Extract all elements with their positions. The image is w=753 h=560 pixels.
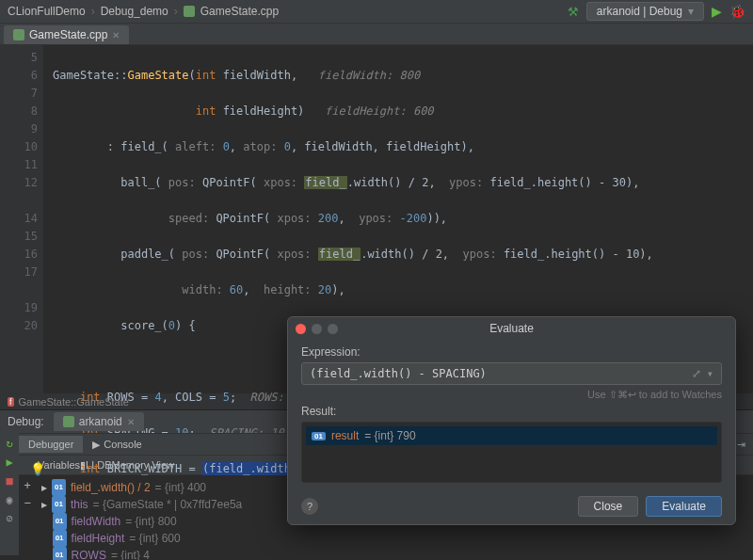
dialog-title: Evaluate xyxy=(288,322,735,335)
debug-toolbar: ↻ ▶ ■ ◉ ⊘ xyxy=(0,433,19,555)
console-icon: ▶ xyxy=(92,439,100,451)
expand-icon[interactable]: ▸ xyxy=(41,496,47,513)
gutter[interactable]: 5 6 7 8 9 10 11 12 14 15 16 17 19 20 xyxy=(0,45,43,393)
close-icon[interactable]: ✕ xyxy=(112,30,120,40)
variable-row[interactable]: ▸01this= {GameState * | 0x7ffd7ee5a xyxy=(41,496,242,513)
tab-label: GameState.cpp xyxy=(29,28,107,41)
resume-icon[interactable]: ▶ xyxy=(6,456,12,469)
debugger-tab[interactable]: Debugger xyxy=(19,436,83,453)
debug-title: Debug: xyxy=(8,415,44,428)
run-config-label: arkanoid | Debug xyxy=(597,5,682,18)
editor-tabs: GameState.cpp ✕ xyxy=(0,24,753,45)
view-breakpoints-icon[interactable]: ◉ xyxy=(6,493,12,506)
close-icon[interactable]: ✕ xyxy=(127,417,135,427)
navigation-bar: CLionFullDemo › Debug_demo › GameState.c… xyxy=(0,0,753,24)
code-line[interactable]: GameState::GameState(int fieldWidth, fie… xyxy=(53,67,753,85)
chevron-down-icon: ▾ xyxy=(688,5,694,18)
add-watch-icon[interactable]: + xyxy=(24,479,30,492)
code-line[interactable]: width: 60, height: 20), xyxy=(53,281,753,299)
help-icon[interactable]: ? xyxy=(301,498,318,515)
code-line[interactable]: : field_( aleft: 0, atop: 0, fieldWidth,… xyxy=(53,138,753,156)
remove-watch-icon[interactable]: − xyxy=(24,496,30,509)
debug-session-tab[interactable]: arkanoid ✕ xyxy=(54,412,144,431)
code-line[interactable]: speed: QPointF( xpos: 200, ypos: -200)), xyxy=(53,210,753,228)
object-icon: 01 xyxy=(52,479,66,496)
variable-row[interactable]: 01fieldWidth= {int} 800 xyxy=(41,513,242,530)
watches-hint: Use ⇧⌘↩ to add to Watches xyxy=(301,389,722,401)
expand-editor-icon[interactable]: ⤢ xyxy=(692,367,701,380)
history-dropdown-icon[interactable]: ▾ xyxy=(707,367,713,380)
run-to-cursor-icon[interactable]: ⇥ xyxy=(737,439,745,451)
app-icon xyxy=(63,416,74,427)
object-icon: 01 xyxy=(53,513,67,530)
variables-tree[interactable]: ▸01field_.width() / 2= {int} 400 ▸01this… xyxy=(36,475,242,560)
close-button[interactable]: Close xyxy=(578,496,639,517)
dialog-titlebar[interactable]: Evaluate xyxy=(288,317,735,340)
code-line[interactable]: paddle_( pos: QPointF( xpos: field_.widt… xyxy=(53,246,753,264)
lightbulb-icon[interactable]: 💡 xyxy=(30,460,45,478)
expression-label: Expression: xyxy=(301,345,722,359)
object-icon: 01 xyxy=(53,530,67,547)
variable-row[interactable]: 01ROWS= {int} 4 xyxy=(41,547,242,560)
run-config-selector[interactable]: arkanoid | Debug ▾ xyxy=(586,2,704,21)
breadcrumb-project[interactable]: CLionFullDemo xyxy=(8,5,86,18)
cpp-file-icon xyxy=(13,29,24,40)
cpp-file-icon xyxy=(184,6,195,17)
stop-icon[interactable]: ■ xyxy=(6,474,12,488)
evaluate-button[interactable]: Evaluate xyxy=(646,496,722,517)
run-icon[interactable]: ▶ xyxy=(712,4,722,19)
chevron-right-icon: › xyxy=(91,5,95,18)
object-icon: 01 xyxy=(53,547,67,560)
breadcrumb-function: GameState::GameState xyxy=(19,396,129,408)
console-tab[interactable]: ▶Console xyxy=(83,436,151,454)
object-icon: 01 xyxy=(52,496,66,513)
breadcrumb-file[interactable]: GameState.cpp xyxy=(200,5,279,18)
result-tree[interactable]: 01 result = {int} 790 xyxy=(301,422,722,483)
expression-value: (field_.width() - SPACING) xyxy=(310,367,487,380)
variable-row[interactable]: 01fieldHeight= {int} 600 xyxy=(41,530,242,547)
result-label: Result: xyxy=(301,405,722,418)
function-icon: f xyxy=(8,397,14,407)
evaluate-dialog: Evaluate Expression: (field_.width() - S… xyxy=(287,316,736,525)
object-icon: 01 xyxy=(312,432,326,440)
expression-input[interactable]: (field_.width() - SPACING) ⤢▾ xyxy=(301,362,722,385)
debug-icon[interactable]: 🐞 xyxy=(729,4,745,19)
rerun-icon[interactable]: ↻ xyxy=(6,437,12,450)
build-icon[interactable]: ⚒ xyxy=(568,5,579,19)
code-line[interactable]: int fieldHeight) fieldHeight: 600 xyxy=(53,103,753,120)
editor-tab-gamestate[interactable]: GameState.cpp ✕ xyxy=(4,25,129,44)
result-row[interactable]: 01 result = {int} 790 xyxy=(306,426,717,445)
breadcrumb[interactable]: CLionFullDemo › Debug_demo › GameState.c… xyxy=(8,5,279,18)
variable-row[interactable]: ▸01field_.width() / 2= {int} 400 xyxy=(41,479,242,496)
breadcrumb-folder[interactable]: Debug_demo xyxy=(101,5,168,18)
expand-icon[interactable]: ▸ xyxy=(41,479,47,496)
chevron-right-icon: › xyxy=(174,5,178,18)
mute-breakpoints-icon[interactable]: ⊘ xyxy=(6,512,12,525)
code-line[interactable]: ball_( pos: QPointF( xpos: field_.width(… xyxy=(53,174,753,192)
